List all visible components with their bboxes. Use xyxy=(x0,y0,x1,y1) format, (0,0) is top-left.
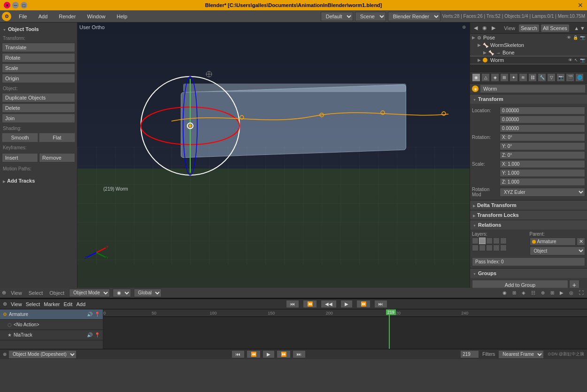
vp-icon-6[interactable]: ⊞ xyxy=(549,290,556,295)
pose-lock[interactable]: 🔒 xyxy=(573,35,578,40)
footer-play-btn[interactable]: ⏮ xyxy=(232,350,245,358)
props-btn-modifiers[interactable]: 🔧 xyxy=(538,73,546,82)
scale-btn[interactable]: Scale xyxy=(2,63,75,73)
vp-icon-3[interactable]: ◈ xyxy=(520,290,527,295)
tl-last-btn[interactable]: ⏭ xyxy=(374,300,387,308)
add-tracks-header[interactable]: Add Tracks xyxy=(2,176,75,185)
vp-coord-select[interactable]: Global xyxy=(134,289,162,297)
rotate-btn[interactable]: Rotate xyxy=(2,53,75,62)
vp-icon-1[interactable]: ◉ xyxy=(501,290,508,295)
tl-view-menu[interactable]: View xyxy=(11,301,22,307)
layer-1[interactable] xyxy=(472,238,479,244)
delta-transform-header[interactable]: Delta Transform xyxy=(470,200,587,210)
pose-eye[interactable]: 👁 xyxy=(567,35,571,40)
rotation-z[interactable] xyxy=(500,151,585,159)
vp-icon-7[interactable]: ▶ xyxy=(558,290,565,295)
nla-lock[interactable]: 📍 xyxy=(94,332,100,338)
rot-mod-select[interactable]: XYZ Euler xyxy=(500,188,585,197)
worm-render[interactable]: 📷 xyxy=(580,58,585,62)
tree-item-wormskeleton[interactable]: ▶ 🦴 WormSkeleton xyxy=(470,41,587,49)
menu-add[interactable]: Add xyxy=(35,13,52,20)
footer-last-btn[interactable]: ⏭ xyxy=(293,350,306,358)
close-btn[interactable]: ✕ xyxy=(4,2,10,8)
current-frame-input[interactable] xyxy=(460,350,479,358)
minimize-btn[interactable]: ─ xyxy=(12,2,19,8)
relations-header[interactable]: Relations xyxy=(470,220,587,230)
props-btn-world[interactable]: 🌐 xyxy=(575,73,584,82)
tree-item-pose[interactable]: ▶ ⚙ Pose 👁 🔒 📷 xyxy=(470,34,587,41)
track-no-action[interactable]: ◌ <No Action> xyxy=(0,320,103,330)
rp-home-btn[interactable]: ◉ xyxy=(480,24,489,32)
location-x[interactable] xyxy=(500,107,585,115)
vp-icon-8[interactable]: ◎ xyxy=(568,290,575,295)
props-btn-mesh[interactable]: △ xyxy=(481,73,490,82)
tree-item-bone[interactable]: ▶ 🦴 → Bone xyxy=(470,49,587,56)
layout-select[interactable]: Default xyxy=(321,12,353,21)
footer-snap-select[interactable]: Nearest Frame xyxy=(498,350,544,359)
props-btn-object-data[interactable]: ▽ xyxy=(547,73,556,82)
menu-render[interactable]: Render xyxy=(55,13,79,20)
nla-speaker[interactable]: 🔊 xyxy=(87,332,93,338)
engine-select[interactable]: Blender Render xyxy=(388,12,440,21)
layer-5[interactable] xyxy=(500,238,507,244)
vp-icon-2[interactable]: ⊞ xyxy=(511,290,517,295)
object-tools-header[interactable]: Object Tools xyxy=(2,24,75,34)
props-btn-texture[interactable]: ⊞ xyxy=(500,73,509,82)
location-y[interactable] xyxy=(500,115,585,123)
vp-expand-btn[interactable]: ⊕ xyxy=(2,290,6,296)
scale-x[interactable] xyxy=(500,160,585,168)
transform-section-header[interactable]: Transform xyxy=(470,94,587,104)
vp-mode-select[interactable]: Object Mode xyxy=(69,289,110,297)
footer-filter[interactable]: Filters xyxy=(481,352,496,357)
vp-object-menu[interactable]: Object xyxy=(47,289,66,297)
add-to-group-btn[interactable]: Add to Group xyxy=(472,280,568,288)
worm-eye[interactable]: 👁 xyxy=(568,58,572,62)
rotation-x[interactable] xyxy=(500,133,585,141)
tl-expand-btn[interactable]: ⊕ xyxy=(3,301,7,307)
props-btn-scene[interactable]: 🎬 xyxy=(566,73,574,82)
pose-render[interactable]: 📷 xyxy=(580,35,585,40)
pass-index-btn[interactable]: Pass Index: 0 xyxy=(472,257,585,266)
menu-file[interactable]: File xyxy=(15,13,31,20)
translate-btn[interactable]: Translate xyxy=(2,43,75,52)
track-armature[interactable]: ⚙ Armature 🔊 📍 xyxy=(0,309,103,320)
location-z[interactable] xyxy=(500,124,585,132)
props-btn-object[interactable]: ◉ xyxy=(472,73,480,82)
vp-pivot-select[interactable]: ◉ xyxy=(113,289,131,297)
track-armature-speaker[interactable]: 🔊 xyxy=(87,312,93,317)
vp-view-menu[interactable]: View xyxy=(9,289,24,297)
tl-play-btn[interactable]: ▶ xyxy=(340,300,353,308)
flat-btn[interactable]: Flat xyxy=(39,133,75,142)
layer-10[interactable] xyxy=(500,245,507,251)
rp-back-btn[interactable]: ◀ xyxy=(472,24,479,32)
parent-type-select[interactable]: Object xyxy=(530,246,586,255)
insert-btn[interactable]: Insert xyxy=(2,153,38,162)
tl-next-btn[interactable]: ⏩ xyxy=(356,300,371,308)
tl-play-rev-btn[interactable]: ◀◀ xyxy=(321,300,337,308)
maximize-btn[interactable]: □ xyxy=(21,2,27,8)
track-armature-lock[interactable]: 📍 xyxy=(94,312,100,317)
rp-search-tab[interactable]: Search xyxy=(519,24,539,32)
layer-9[interactable] xyxy=(493,245,500,251)
menu-help[interactable]: Help xyxy=(113,13,131,20)
tree-item-worm[interactable]: ▶ Worm 👁 ↖ 📷 xyxy=(470,56,587,64)
tl-select-menu[interactable]: Select xyxy=(26,301,40,307)
tl-prev-btn[interactable]: ⏪ xyxy=(303,300,317,308)
rotation-y[interactable] xyxy=(500,142,585,150)
scale-y[interactable] xyxy=(500,169,585,177)
layer-6[interactable] xyxy=(472,245,479,251)
props-btn-physics[interactable]: ≋ xyxy=(519,73,527,82)
delete-btn[interactable]: Delete xyxy=(2,103,75,113)
layer-3[interactable] xyxy=(486,238,493,244)
join-btn[interactable]: Join xyxy=(2,114,75,123)
timeline-playhead[interactable]: 219 xyxy=(389,309,390,349)
worm-lock[interactable]: ↖ xyxy=(574,58,578,62)
scale-z[interactable] xyxy=(500,178,585,186)
vp-icon-4[interactable]: ☷ xyxy=(530,290,537,295)
smooth-btn[interactable]: Smooth xyxy=(2,133,38,142)
viewport[interactable]: User Ortho ⊕ xyxy=(77,23,470,288)
track-nla[interactable]: ★ NlaTrack 🔊 📍 xyxy=(0,330,103,340)
rp-scroll-up[interactable]: ▲ xyxy=(574,25,579,31)
timeline-right[interactable]: 0 50 100 150 200 220 240 219 xyxy=(103,309,587,349)
layer-2[interactable] xyxy=(479,238,486,244)
